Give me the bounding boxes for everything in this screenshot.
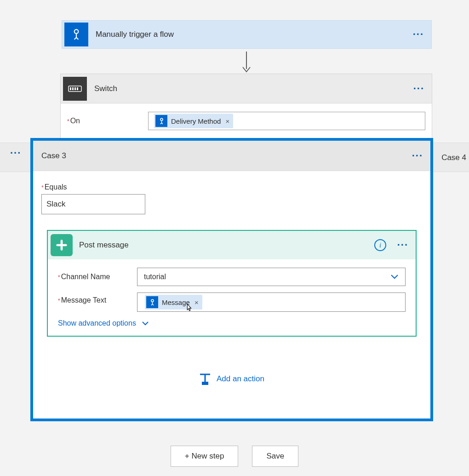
switch-on-input[interactable]: Delivery Method × (148, 112, 425, 130)
slack-icon (51, 234, 73, 256)
case-3-title: Case 3 (41, 151, 66, 161)
equals-input[interactable]: Slack (41, 194, 145, 214)
token-label: Delivery Method (171, 117, 221, 125)
footer-actions: + New step Save (0, 446, 469, 467)
slack-title: Post message (79, 241, 129, 250)
svg-rect-4 (72, 87, 74, 90)
svg-rect-5 (74, 87, 76, 90)
message-token[interactable]: Message × (145, 295, 202, 310)
svg-rect-13 (202, 382, 208, 385)
switch-card: Switch ··· *On Delivery Method × (60, 74, 432, 141)
svg-rect-3 (70, 87, 71, 90)
flow-arrow-icon (240, 51, 253, 74)
delivery-method-token[interactable]: Delivery Method × (154, 114, 233, 128)
case-4-label[interactable]: Case 4 (441, 153, 466, 162)
add-action-icon (199, 373, 211, 385)
svg-rect-9 (56, 244, 67, 247)
svg-point-0 (74, 29, 79, 34)
trigger-title: Manually trigger a flow (96, 30, 174, 39)
new-step-button[interactable]: + New step (171, 446, 239, 467)
message-text-label: *Message Text (58, 292, 137, 304)
svg-point-7 (160, 118, 163, 120)
manual-trigger-icon (64, 23, 88, 46)
message-text-input[interactable]: Message × (137, 292, 406, 312)
info-icon[interactable]: i (374, 239, 386, 251)
message-token-label: Message (162, 298, 190, 306)
save-button[interactable]: Save (252, 446, 298, 467)
add-action-button[interactable]: Add an action (41, 373, 422, 385)
message-token-remove-button[interactable]: × (194, 298, 199, 306)
switch-on-label: *On (67, 117, 148, 125)
svg-rect-6 (77, 87, 78, 90)
svg-point-10 (151, 299, 154, 302)
channel-name-value: tutorial (144, 273, 166, 281)
manual-trigger-mini-icon (155, 115, 167, 127)
switch-icon (63, 77, 87, 101)
switch-header[interactable]: Switch ··· (61, 74, 432, 103)
case-3-card: Case 3 ··· *Equals Slack Pos (30, 138, 433, 421)
token-remove-button[interactable]: × (225, 117, 229, 125)
manual-trigger-mini-icon (146, 296, 158, 308)
channel-name-label: *Channel Name (58, 273, 137, 281)
switch-title: Switch (94, 84, 117, 93)
show-advanced-options-link[interactable]: Show advanced options (58, 319, 149, 327)
channel-name-select[interactable]: tutorial (137, 268, 406, 286)
equals-label: *Equals (41, 183, 422, 191)
chevron-down-icon (390, 274, 399, 280)
trigger-card[interactable]: Manually trigger a flow ··· (62, 20, 432, 49)
slack-header[interactable]: Post message i ··· (48, 231, 416, 259)
chevron-down-icon (142, 321, 149, 326)
slack-post-message-card: Post message i ··· *Channel Name tutoria… (47, 230, 417, 337)
case-3-header[interactable]: Case 3 ··· (33, 141, 430, 171)
